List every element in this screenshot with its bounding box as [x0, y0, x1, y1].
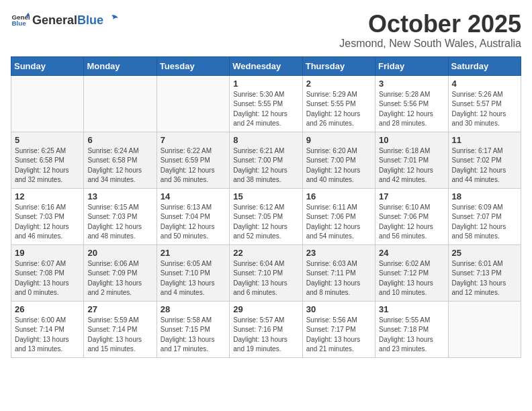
day-number: 10	[379, 135, 444, 145]
day-number: 19	[15, 248, 80, 258]
day-number: 4	[452, 79, 517, 89]
weekday-header: Monday	[84, 56, 157, 75]
day-info: Sunrise: 5:57 AM Sunset: 7:16 PM Dayligh…	[233, 316, 298, 355]
location-title: Jesmond, New South Wales, Australia	[339, 38, 521, 50]
calendar-cell: 6Sunrise: 6:24 AM Sunset: 6:58 PM Daylig…	[84, 132, 157, 188]
day-info: Sunrise: 5:30 AM Sunset: 5:55 PM Dayligh…	[233, 90, 298, 129]
calendar-cell: 9Sunrise: 6:20 AM Sunset: 7:00 PM Daylig…	[302, 132, 375, 188]
weekday-header: Thursday	[302, 56, 375, 75]
day-number: 2	[306, 79, 371, 89]
day-number: 3	[379, 79, 444, 89]
weekday-header: Sunday	[11, 56, 84, 75]
calendar-week-row: 26Sunrise: 6:00 AM Sunset: 7:14 PM Dayli…	[11, 301, 521, 357]
calendar-cell	[157, 75, 229, 132]
calendar-week-row: 5Sunrise: 6:25 AM Sunset: 6:58 PM Daylig…	[11, 132, 521, 188]
calendar-week-row: 12Sunrise: 6:16 AM Sunset: 7:03 PM Dayli…	[11, 188, 521, 244]
day-number: 25	[452, 248, 517, 258]
calendar-cell	[448, 301, 521, 357]
day-info: Sunrise: 6:12 AM Sunset: 7:05 PM Dayligh…	[233, 203, 298, 242]
day-info: Sunrise: 6:20 AM Sunset: 7:00 PM Dayligh…	[306, 146, 371, 185]
day-info: Sunrise: 6:11 AM Sunset: 7:06 PM Dayligh…	[306, 203, 371, 242]
calendar-cell: 24Sunrise: 6:02 AM Sunset: 7:12 PM Dayli…	[375, 244, 448, 301]
day-number: 30	[306, 304, 371, 314]
logo-text-general: General	[32, 13, 77, 28]
calendar-cell: 16Sunrise: 6:11 AM Sunset: 7:06 PM Dayli…	[302, 188, 375, 244]
weekday-header: Saturday	[448, 56, 521, 75]
calendar-cell: 21Sunrise: 6:05 AM Sunset: 7:10 PM Dayli…	[157, 244, 229, 301]
calendar-cell: 31Sunrise: 5:55 AM Sunset: 7:18 PM Dayli…	[375, 301, 448, 357]
calendar-cell: 28Sunrise: 5:58 AM Sunset: 7:15 PM Dayli…	[157, 301, 229, 357]
day-info: Sunrise: 5:59 AM Sunset: 7:14 PM Dayligh…	[87, 316, 152, 355]
logo-text-blue: Blue	[77, 13, 103, 28]
day-number: 9	[306, 135, 371, 145]
day-number: 23	[306, 248, 371, 258]
month-title: October 2025	[339, 11, 521, 38]
calendar-cell: 3Sunrise: 5:28 AM Sunset: 5:56 PM Daylig…	[375, 75, 448, 132]
day-info: Sunrise: 5:29 AM Sunset: 5:55 PM Dayligh…	[306, 90, 371, 129]
calendar-cell: 17Sunrise: 6:10 AM Sunset: 7:06 PM Dayli…	[375, 188, 448, 244]
day-info: Sunrise: 6:02 AM Sunset: 7:12 PM Dayligh…	[379, 259, 444, 298]
calendar-cell: 7Sunrise: 6:22 AM Sunset: 6:59 PM Daylig…	[157, 132, 229, 188]
day-info: Sunrise: 6:10 AM Sunset: 7:06 PM Dayligh…	[379, 203, 444, 242]
calendar-cell: 18Sunrise: 6:09 AM Sunset: 7:07 PM Dayli…	[448, 188, 521, 244]
day-number: 15	[233, 191, 298, 201]
calendar-cell: 8Sunrise: 6:21 AM Sunset: 7:00 PM Daylig…	[230, 132, 302, 188]
page-header: General Blue GeneralBlue October 2025 Je…	[11, 11, 521, 50]
day-number: 21	[161, 248, 226, 258]
calendar-cell: 22Sunrise: 6:04 AM Sunset: 7:10 PM Dayli…	[230, 244, 302, 301]
day-number: 8	[233, 135, 298, 145]
day-number: 29	[233, 304, 298, 314]
weekday-header: Wednesday	[230, 56, 302, 75]
day-number: 31	[379, 304, 444, 314]
calendar-table: SundayMondayTuesdayWednesdayThursdayFrid…	[11, 56, 521, 358]
day-info: Sunrise: 6:16 AM Sunset: 7:03 PM Dayligh…	[15, 203, 80, 242]
day-info: Sunrise: 6:24 AM Sunset: 6:58 PM Dayligh…	[87, 146, 152, 185]
calendar-cell: 19Sunrise: 6:07 AM Sunset: 7:08 PM Dayli…	[11, 244, 84, 301]
calendar-cell	[11, 75, 84, 132]
day-number: 6	[87, 135, 152, 145]
calendar-cell	[84, 75, 157, 132]
day-info: Sunrise: 5:28 AM Sunset: 5:56 PM Dayligh…	[379, 90, 444, 129]
calendar-header-row: SundayMondayTuesdayWednesdayThursdayFrid…	[11, 56, 521, 75]
day-info: Sunrise: 6:15 AM Sunset: 7:03 PM Dayligh…	[87, 203, 152, 242]
day-info: Sunrise: 6:06 AM Sunset: 7:09 PM Dayligh…	[87, 259, 152, 298]
day-info: Sunrise: 6:17 AM Sunset: 7:02 PM Dayligh…	[452, 146, 517, 185]
weekday-header: Friday	[375, 56, 448, 75]
calendar-cell: 10Sunrise: 6:18 AM Sunset: 7:01 PM Dayli…	[375, 132, 448, 188]
calendar-cell: 26Sunrise: 6:00 AM Sunset: 7:14 PM Dayli…	[11, 301, 84, 357]
day-number: 22	[233, 248, 298, 258]
calendar-week-row: 1Sunrise: 5:30 AM Sunset: 5:55 PM Daylig…	[11, 75, 521, 132]
day-number: 11	[452, 135, 517, 145]
day-number: 17	[379, 191, 444, 201]
logo-icon: General Blue	[11, 11, 30, 30]
weekday-header: Tuesday	[157, 56, 229, 75]
day-info: Sunrise: 5:58 AM Sunset: 7:15 PM Dayligh…	[161, 316, 226, 355]
day-info: Sunrise: 5:56 AM Sunset: 7:17 PM Dayligh…	[306, 316, 371, 355]
calendar-cell: 23Sunrise: 6:03 AM Sunset: 7:11 PM Dayli…	[302, 244, 375, 301]
day-number: 24	[379, 248, 444, 258]
logo: General Blue GeneralBlue	[11, 11, 118, 30]
day-info: Sunrise: 6:25 AM Sunset: 6:58 PM Dayligh…	[15, 146, 80, 185]
calendar-cell: 14Sunrise: 6:13 AM Sunset: 7:04 PM Dayli…	[157, 188, 229, 244]
day-number: 14	[161, 191, 226, 201]
calendar-cell: 29Sunrise: 5:57 AM Sunset: 7:16 PM Dayli…	[230, 301, 302, 357]
calendar-cell: 25Sunrise: 6:01 AM Sunset: 7:13 PM Dayli…	[448, 244, 521, 301]
day-info: Sunrise: 6:09 AM Sunset: 7:07 PM Dayligh…	[452, 203, 517, 242]
day-number: 16	[306, 191, 371, 201]
day-number: 5	[15, 135, 80, 145]
calendar-cell: 4Sunrise: 5:26 AM Sunset: 5:57 PM Daylig…	[448, 75, 521, 132]
day-info: Sunrise: 6:13 AM Sunset: 7:04 PM Dayligh…	[161, 203, 226, 242]
day-number: 28	[161, 304, 226, 314]
day-info: Sunrise: 6:01 AM Sunset: 7:13 PM Dayligh…	[452, 259, 517, 298]
day-number: 18	[452, 191, 517, 201]
calendar-cell: 5Sunrise: 6:25 AM Sunset: 6:58 PM Daylig…	[11, 132, 84, 188]
day-info: Sunrise: 5:55 AM Sunset: 7:18 PM Dayligh…	[379, 316, 444, 355]
day-number: 1	[233, 79, 298, 89]
calendar-cell: 13Sunrise: 6:15 AM Sunset: 7:03 PM Dayli…	[84, 188, 157, 244]
day-number: 20	[87, 248, 152, 258]
day-info: Sunrise: 6:04 AM Sunset: 7:10 PM Dayligh…	[233, 259, 298, 298]
day-info: Sunrise: 6:00 AM Sunset: 7:14 PM Dayligh…	[15, 316, 80, 355]
calendar-cell: 12Sunrise: 6:16 AM Sunset: 7:03 PM Dayli…	[11, 188, 84, 244]
logo-bird-icon	[105, 14, 118, 26]
calendar-cell: 30Sunrise: 5:56 AM Sunset: 7:17 PM Dayli…	[302, 301, 375, 357]
